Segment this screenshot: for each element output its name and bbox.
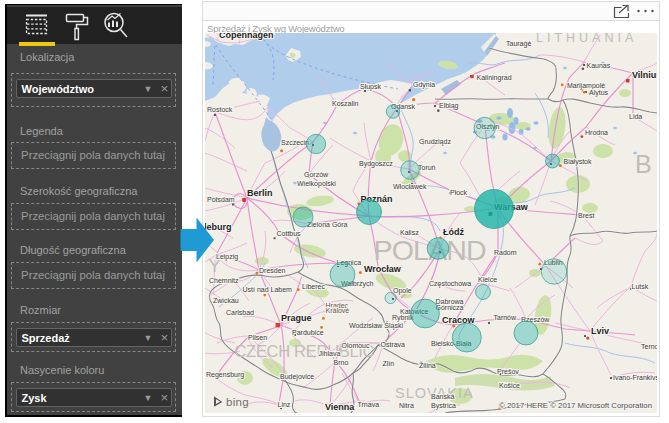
svg-text:Ostrava: Ostrava [381,341,406,348]
svg-text:Prešov: Prešov [497,368,519,375]
svg-text:Pilsen: Pilsen [248,334,267,341]
svg-text:Lida: Lida [629,113,642,120]
svg-text:Koszalin: Koszalin [332,100,359,107]
svg-text:Gdynia: Gdynia [413,81,435,89]
svg-text:Opole: Opole [393,287,412,295]
svg-text:Lutsk: Lutsk [632,283,649,290]
svg-text:Zlín: Zlín [383,360,395,367]
svg-text:Kaunas: Kaunas [587,62,611,69]
svg-text:Budejovice: Budejovice [280,373,314,381]
svg-text:Dresden: Dresden [259,267,286,274]
svg-text:Banská: Banská [431,393,454,400]
svg-text:Berlin: Berlin [247,188,273,198]
svg-text:Nitra: Nitra [399,402,414,409]
svg-text:Szczecin: Szczecin [281,139,309,146]
svg-text:Chemnitz: Chemnitz [209,277,239,284]
svg-text:Tauragė: Tauragė [506,40,531,48]
svg-text:Brno: Brno [334,359,349,366]
svg-text:Vilnius: Vilnius [632,70,657,80]
svg-text:Leipzig: Leipzig [216,253,238,261]
svg-text:Brest: Brest [578,212,594,219]
svg-text:Trnava: Trnava [358,401,380,408]
svg-text:LITHUANIA: LITHUANIA [536,33,637,45]
svg-text:Bydgoszcz: Bydgoszcz [359,160,393,168]
svg-text:Radom: Radom [494,249,517,256]
svg-text:Gorzów: Gorzów [304,171,329,178]
svg-text:Lviv: Lviv [591,326,609,336]
svg-text:Elbląg: Elbląg [439,102,459,110]
svg-text:Jihlava: Jihlava [319,350,341,357]
svg-text:Žilina: Žilina [419,361,436,369]
svg-text:Kalisz: Kalisz [400,229,419,236]
svg-text:Białystok: Białystok [564,158,593,166]
svg-text:Toruń: Toruń [418,164,436,171]
svg-text:Košice: Košice [499,382,520,389]
svg-text:Słupsk: Słupsk [360,83,382,91]
svg-text:Łódź: Łódź [443,227,464,237]
svg-text:Pardubice: Pardubice [292,329,324,336]
svg-text:Wodzisław Śląski: Wodzisław Śląski [349,321,403,330]
svg-text:Cottbus: Cottbus [277,230,302,237]
svg-text:© 2017 HERE © 2017 Microsof: © 2017 HERE © 2017 Microsoft Corporation [499,401,652,410]
svg-text:Bystrica: Bystrica [431,402,456,410]
svg-text:Kaliningrad: Kaliningrad [477,74,512,82]
svg-text:Alytus: Alytus [589,89,609,97]
svg-text:Carlsbad: Carlsbad [226,309,254,316]
svg-text:Vienna: Vienna [325,402,355,412]
svg-text:Płock: Płock [450,189,468,196]
svg-text:Králové: Králové [326,307,350,314]
svg-text:Terno: Terno [641,343,657,350]
svg-text:Zielona Góra: Zielona Góra [307,221,348,228]
svg-text:Wrocław: Wrocław [364,264,402,274]
svg-text:Ústí nad Labem: Ústí nad Labem [243,285,293,293]
svg-text:Copenhagen: Copenhagen [219,33,274,40]
svg-text:Tarnów: Tarnów [494,314,518,321]
svg-text:bing: bing [226,396,249,408]
svg-text:Kielce: Kielce [478,276,497,283]
svg-text:Potsdam: Potsdam [207,196,235,203]
svg-text:Zwickau: Zwickau [213,297,239,304]
svg-text:Hrodna: Hrodna [585,129,608,136]
svg-text:Grudziądz: Grudziądz [419,138,451,146]
svg-text:BELARUS: BELARUS [635,150,657,178]
svg-text:Częstochowa: Częstochowa [429,280,471,288]
svg-text:Ivano-Frankivsk: Ivano-Frankivsk [613,374,657,381]
svg-text:Liberec: Liberec [302,283,325,290]
svg-text:Olomouc: Olomouc [342,342,371,349]
svg-text:Włocławek: Włocławek [393,183,427,190]
svg-text:Górnicza: Górnicza [436,304,464,311]
svg-text:Prague: Prague [281,313,312,323]
svg-text:Linz: Linz [278,401,291,408]
svg-text:Rostock: Rostock [207,106,233,113]
svg-text:Wielkopolski: Wielkopolski [297,180,336,188]
svg-text:Regensburg: Regensburg [206,371,244,379]
